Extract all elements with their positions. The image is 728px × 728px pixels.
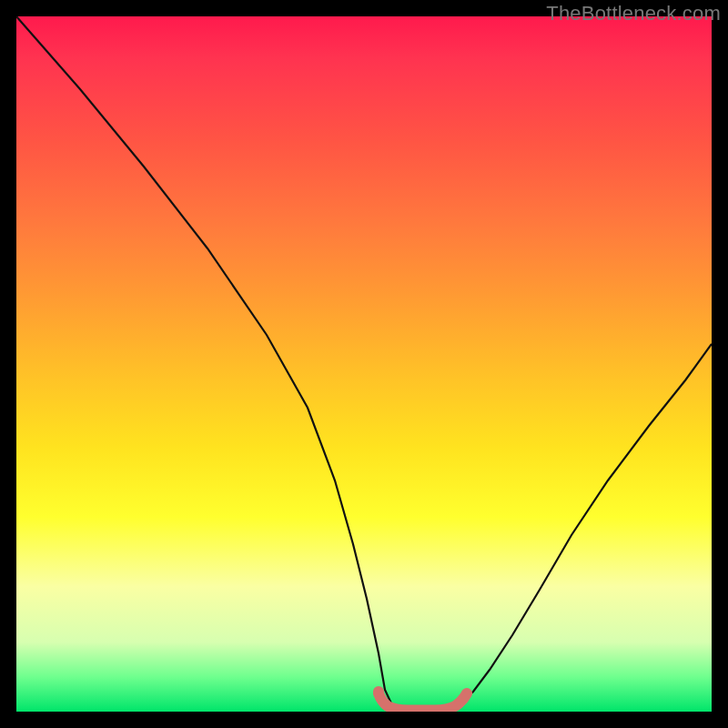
chart-svg	[16, 16, 712, 712]
chart-highlight-dot-left	[373, 686, 384, 697]
chart-highlight-segment	[379, 693, 467, 711]
chart-frame: TheBottleneck.com	[0, 0, 728, 728]
chart-curve	[16, 16, 712, 711]
chart-plot-area	[16, 16, 712, 712]
